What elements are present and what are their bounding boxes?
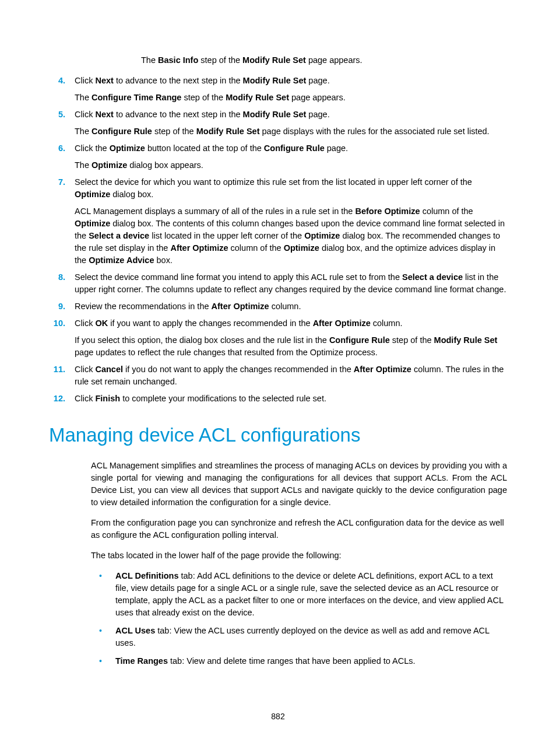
step-number: 6. bbox=[49, 142, 65, 155]
step-6: 6. Click the Optimize button located at … bbox=[49, 142, 507, 172]
step-number: 9. bbox=[49, 300, 65, 313]
step-text: The Configure Time Range step of the Mod… bbox=[75, 92, 507, 104]
page-number: 882 bbox=[0, 710, 556, 722]
step-number: 11. bbox=[49, 363, 65, 376]
step-text: The Configure Rule step of the Modify Ru… bbox=[75, 125, 507, 138]
step-number: 12. bbox=[49, 393, 65, 405]
procedure-steps: 4. Click Next to advance to the next ste… bbox=[49, 75, 507, 405]
bullet-acl-uses: ACL Uses tab: View the ACL uses currentl… bbox=[91, 625, 507, 649]
intro-paragraph: ACL Management simplifies and streamline… bbox=[91, 460, 507, 509]
continued-list-preamble: The Basic Info step of the Modify Rule S… bbox=[115, 54, 507, 66]
step-text: ACL Management displays a summary of all… bbox=[75, 205, 507, 267]
step-text: Review the recommendations in the After … bbox=[75, 300, 507, 313]
step-11: 11. Click Cancel if you do not want to a… bbox=[49, 363, 507, 388]
intro-paragraph: From the configuration page you can sync… bbox=[91, 517, 507, 541]
step-number: 7. bbox=[49, 176, 65, 188]
step-8: 8. Select the device command line format… bbox=[49, 271, 507, 296]
section-heading: Managing device ACL configurations bbox=[49, 421, 507, 449]
document-page: The Basic Info step of the Modify Rule S… bbox=[0, 0, 556, 756]
step-text: If you select this option, the dialog bo… bbox=[75, 334, 507, 359]
step-text: Click Next to advance to the next step i… bbox=[75, 75, 507, 87]
bullet-acl-definitions: ACL Definitions tab: Add ACL definitions… bbox=[91, 570, 507, 619]
step-text: Click Cancel if you do not want to apply… bbox=[75, 363, 507, 388]
step-text: Select the device for which you want to … bbox=[75, 176, 507, 201]
step-7: 7. Select the device for which you want … bbox=[49, 176, 507, 267]
intro-paragraph: The tabs located in the lower half of th… bbox=[91, 550, 507, 562]
step-number: 4. bbox=[49, 75, 65, 87]
bullet-time-ranges: Time Ranges tab: View and delete time ra… bbox=[91, 655, 507, 667]
step-text: Click OK if you want to apply the change… bbox=[75, 317, 507, 330]
step-text: Click Next to advance to the next step i… bbox=[75, 108, 507, 121]
step-4: 4. Click Next to advance to the next ste… bbox=[49, 75, 507, 104]
step-number: 10. bbox=[49, 317, 65, 330]
step-text: The Optimize dialog box appears. bbox=[75, 159, 507, 172]
step-text: Select the device command line format yo… bbox=[75, 271, 507, 296]
step-pre-text: The Basic Info step of the Modify Rule S… bbox=[141, 54, 507, 66]
step-number: 8. bbox=[49, 271, 65, 284]
step-text: Click the Optimize button located at the… bbox=[75, 142, 507, 155]
step-12: 12. Click Finish to complete your modifi… bbox=[49, 393, 507, 405]
step-9: 9. Review the recommendations in the Aft… bbox=[49, 300, 507, 313]
step-number: 5. bbox=[49, 108, 65, 121]
step-5: 5. Click Next to advance to the next ste… bbox=[49, 108, 507, 138]
section-intro: ACL Management simplifies and streamline… bbox=[91, 460, 507, 562]
step-10: 10. Click OK if you want to apply the ch… bbox=[49, 317, 507, 359]
step-text: Click Finish to complete your modificati… bbox=[75, 393, 507, 405]
tab-description-list: ACL Definitions tab: Add ACL definitions… bbox=[91, 570, 507, 667]
